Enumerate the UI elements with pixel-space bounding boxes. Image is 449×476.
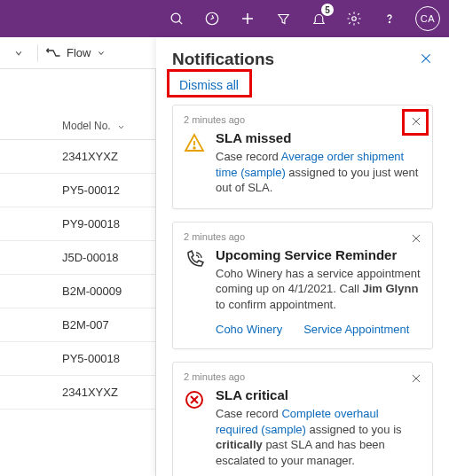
phone-icon [184, 247, 207, 313]
svg-point-5 [352, 17, 357, 21]
notifications-icon[interactable]: 5 [309, 9, 328, 28]
toolbar-divider [37, 44, 38, 62]
table-row[interactable]: PY5-00018 [0, 342, 155, 376]
help-icon[interactable] [380, 9, 399, 28]
table-row[interactable]: B2M-007 [0, 308, 155, 342]
dismiss-card-icon[interactable] [407, 370, 425, 387]
filter-icon[interactable] [273, 9, 293, 28]
notification-card-reminder: 2 minutes ago Upcoming Service Reminder … [172, 222, 433, 350]
table-row[interactable]: PY5-00012 [0, 174, 155, 207]
notification-title: Upcoming Service Reminder [216, 247, 421, 262]
table-row[interactable]: PY9-00018 [0, 207, 155, 241]
settings-icon[interactable] [344, 9, 364, 28]
dismiss-card-icon[interactable] [407, 230, 425, 247]
notifications-panel: Notifications Dismiss all 2 minutes ago … [156, 37, 449, 476]
action-link-coho-winery[interactable]: Coho Winery [216, 323, 282, 336]
notifications-title: Notifications [172, 50, 274, 69]
notification-timestamp: 2 minutes ago [184, 231, 421, 242]
svg-point-0 [171, 13, 180, 22]
column-header-label: Model No. [62, 120, 111, 132]
plus-icon[interactable] [238, 9, 257, 28]
notification-body: Case record Complete overhaul required (… [216, 406, 421, 468]
notification-card-sla-missed: 2 minutes ago SLA missed Case record Ave… [172, 105, 433, 209]
search-icon[interactable] [167, 9, 186, 28]
notification-timestamp: 2 minutes ago [184, 114, 421, 125]
dismiss-card-icon[interactable] [407, 113, 425, 130]
svg-line-1 [178, 20, 182, 24]
back-chevron-icon[interactable] [7, 47, 30, 59]
flow-label-text: Flow [67, 46, 91, 59]
table-row[interactable]: B2M-00009 [0, 275, 155, 308]
column-header-model-no[interactable]: Model No. [0, 69, 155, 140]
app-top-bar: 5 CA [0, 0, 449, 37]
notification-badge: 5 [321, 4, 334, 16]
close-panel-icon[interactable] [419, 51, 433, 68]
table-row[interactable]: 2341XYXZ [0, 140, 155, 174]
svg-point-12 [193, 147, 195, 149]
table-row[interactable]: 2341XYXZ [0, 376, 155, 410]
warning-icon [184, 130, 207, 196]
svg-point-6 [389, 21, 390, 22]
notification-card-sla-critical: 2 minutes ago SLA critical Case record C… [172, 362, 433, 476]
flow-dropdown[interactable]: Flow [45, 46, 106, 59]
user-avatar[interactable]: CA [415, 6, 440, 31]
notification-title: SLA missed [216, 130, 421, 145]
dismiss-all-link[interactable]: Dismiss all [172, 74, 246, 96]
notification-timestamp: 2 minutes ago [184, 371, 421, 382]
notification-body: Coho Winery has a service appointment co… [216, 266, 421, 313]
table-row[interactable]: J5D-00018 [0, 241, 155, 275]
error-icon [184, 387, 207, 468]
action-link-service-appointment[interactable]: Service Appointment [303, 323, 409, 336]
data-grid: Model No. 2341XYXZ PY5-00012 PY9-00018 J… [0, 69, 156, 476]
notification-title: SLA critical [216, 387, 421, 402]
notification-body: Case record Average order shipment time … [216, 149, 421, 196]
target-icon[interactable] [202, 9, 222, 28]
